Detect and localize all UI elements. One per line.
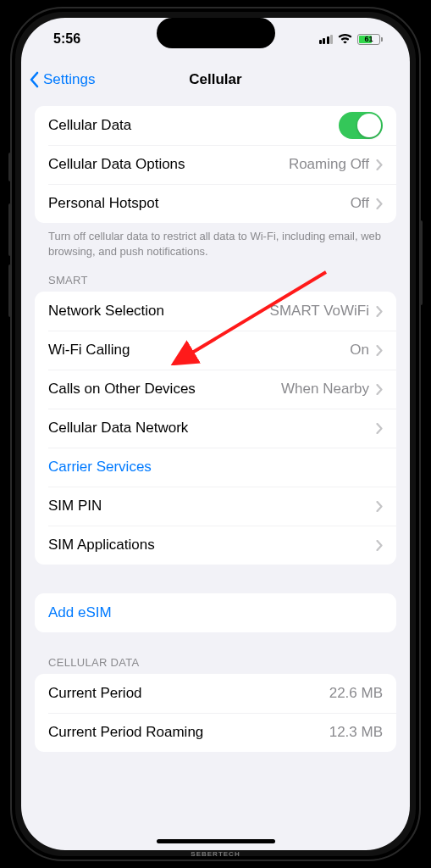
chevron-left-icon	[30, 71, 40, 88]
nav-bar: Settings Cellular	[21, 60, 410, 99]
phone-frame: 5:56 61 Settings Cellular Cellular Data	[10, 7, 421, 861]
row-add-esim[interactable]: Add eSIM	[35, 593, 396, 632]
volume-down-button	[8, 264, 12, 317]
row-calls-other-devices[interactable]: Calls on Other Devices When Nearby	[35, 370, 396, 409]
row-wifi-calling[interactable]: Wi-Fi Calling On	[35, 331, 396, 370]
row-cellular-data-options[interactable]: Cellular Data Options Roaming Off	[35, 145, 396, 184]
screen: 5:56 61 Settings Cellular Cellular Data	[21, 18, 410, 850]
back-button[interactable]: Settings	[30, 71, 95, 88]
chevron-right-icon	[376, 159, 383, 170]
group-usage-header: CELLULAR DATA	[35, 632, 396, 674]
chevron-right-icon	[376, 501, 383, 512]
group-smart: Network Selection SMART VoWiFi Wi-Fi Cal…	[35, 292, 396, 565]
chevron-right-icon	[376, 540, 383, 551]
chevron-right-icon	[376, 198, 383, 209]
watermark: SEBERTECH	[12, 850, 419, 858]
row-cellular-data[interactable]: Cellular Data	[35, 106, 396, 145]
back-label: Settings	[43, 71, 95, 88]
row-sim-applications[interactable]: SIM Applications	[35, 526, 396, 565]
wifi-icon	[338, 34, 352, 44]
chevron-right-icon	[376, 384, 383, 395]
chevron-right-icon	[376, 423, 383, 434]
row-carrier-services[interactable]: Carrier Services	[35, 448, 396, 487]
group-usage: Current Period 22.6 MB Current Period Ro…	[35, 674, 396, 752]
side-button	[8, 153, 12, 181]
row-current-period-roaming[interactable]: Current Period Roaming 12.3 MB	[35, 713, 396, 752]
home-indicator[interactable]	[157, 839, 275, 843]
chevron-right-icon	[376, 306, 383, 317]
row-sim-pin[interactable]: SIM PIN	[35, 487, 396, 526]
group-general: Cellular Data Cellular Data Options Roam…	[35, 106, 396, 223]
group-esim: Add eSIM	[35, 593, 396, 632]
status-time: 5:56	[53, 31, 80, 47]
cellular-signal-icon	[319, 35, 334, 44]
group-smart-header: SMART	[35, 259, 396, 292]
group-general-footer: Turn off cellular data to restrict all d…	[35, 223, 396, 259]
volume-up-button	[8, 203, 12, 256]
content-scroll[interactable]: Cellular Data Cellular Data Options Roam…	[21, 99, 410, 850]
cellular-data-toggle[interactable]	[339, 112, 383, 139]
row-network-selection[interactable]: Network Selection SMART VoWiFi	[35, 292, 396, 331]
dynamic-island	[157, 18, 275, 48]
row-current-period[interactable]: Current Period 22.6 MB	[35, 674, 396, 713]
power-button	[419, 220, 423, 305]
row-personal-hotspot[interactable]: Personal Hotspot Off	[35, 184, 396, 223]
battery-icon: 61	[357, 34, 383, 45]
chevron-right-icon	[376, 345, 383, 356]
row-cellular-data-network[interactable]: Cellular Data Network	[35, 409, 396, 448]
